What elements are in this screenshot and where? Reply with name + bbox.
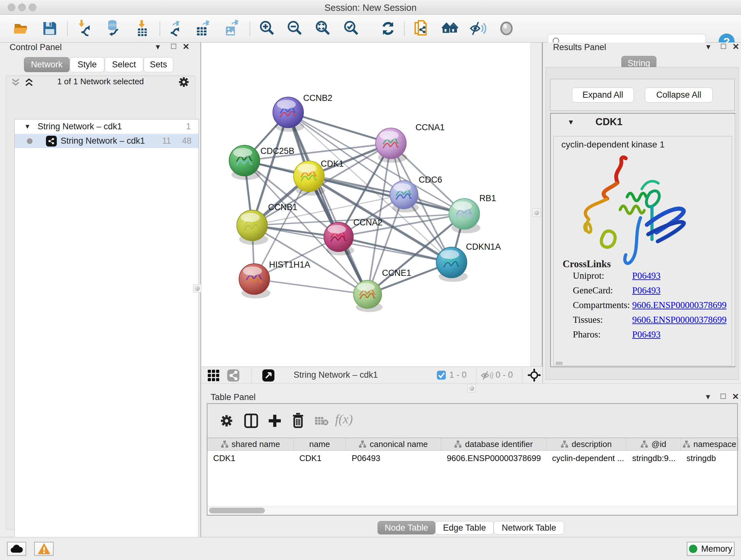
export-image-button[interactable] <box>221 19 241 38</box>
vertical-scrollbar-track[interactable] <box>735 114 737 366</box>
tab-edge-table[interactable]: Edge Table <box>435 521 494 535</box>
crosslink-link[interactable]: P06493 <box>632 285 661 296</box>
table-cell[interactable]: stringdb:9... <box>626 451 681 506</box>
refresh-button[interactable] <box>379 19 398 38</box>
export-network-button[interactable] <box>165 19 185 38</box>
tab-sets[interactable]: Sets <box>144 57 173 72</box>
save-session-button[interactable] <box>40 19 59 38</box>
network-canvas[interactable]: CCNB2CCNA1CDC25BCDK1CDC6RB1CCNB1CCNA2CDK… <box>201 43 542 367</box>
import-network-button[interactable] <box>76 19 95 38</box>
hidden-counts: 0 - 0 <box>495 370 513 380</box>
column-header-namespace[interactable]: namespace <box>681 438 738 450</box>
column-header-description[interactable]: description <box>546 438 626 450</box>
panel-float-icon[interactable]: □ <box>721 41 726 51</box>
table-header-row[interactable]: shared namename canonical name database … <box>207 438 737 450</box>
toolbar-separator <box>404 22 405 36</box>
crosslink-row: Tissues:9606.ENSP00000378699 <box>554 314 732 330</box>
zoom-in-icon <box>259 19 276 37</box>
delete-column-icon[interactable] <box>291 413 305 429</box>
warning-status-button[interactable] <box>34 542 54 556</box>
import-database-button[interactable] <box>104 19 123 38</box>
table-body[interactable]: CDK1CDK1P064939606.ENSP00000378699cyclin… <box>207 451 737 506</box>
network-edge-CCNA2-CDKN1A[interactable] <box>339 237 452 262</box>
export-table-button[interactable] <box>193 19 212 38</box>
panel-close-icon[interactable]: ✕ <box>732 42 739 52</box>
open-session-button[interactable] <box>12 19 31 38</box>
network-vertical-scrollbar[interactable] <box>530 43 542 367</box>
crosslink-link[interactable]: 9606.ENSP00000378699 <box>632 314 727 325</box>
tree-column-icon <box>561 440 568 448</box>
zoom-fit-button[interactable] <box>314 19 333 38</box>
title-bar: Session: New Session <box>0 0 741 15</box>
import-table-button[interactable] <box>133 19 152 38</box>
table-cell[interactable]: 9606.ENSP00000378699 <box>441 451 546 506</box>
expand-all-button[interactable]: Expand All <box>572 87 634 103</box>
clone-network-icon <box>412 19 430 37</box>
column-header-shared-name[interactable]: shared name <box>207 438 293 450</box>
collapse-all-button[interactable]: Collapse All <box>645 87 713 103</box>
network-row-selected[interactable]: String Network – cdk1 11 48 <box>15 134 199 148</box>
gear-icon[interactable] <box>220 415 233 427</box>
panel-float-icon[interactable]: □ <box>721 391 726 401</box>
table-cell[interactable]: P06493 <box>346 451 441 506</box>
table-cell[interactable]: CDK1 <box>293 451 346 506</box>
tab-style[interactable]: Style <box>70 57 105 72</box>
column-header-name[interactable]: name <box>293 438 346 450</box>
panel-splitter-knob[interactable] <box>532 208 541 217</box>
table-cell[interactable]: CDK1 <box>207 451 293 506</box>
tab-network[interactable]: Network <box>24 57 70 72</box>
preview-button[interactable] <box>497 19 516 38</box>
panel-close-icon[interactable]: ✕ <box>183 42 190 52</box>
node-gloss <box>277 100 296 109</box>
split-columns-icon[interactable] <box>244 414 258 428</box>
panel-close-icon[interactable]: ✕ <box>732 392 739 401</box>
tab-network-table[interactable]: Network Table <box>494 521 564 535</box>
crosslink-link[interactable]: P06493 <box>632 270 661 281</box>
show-all-button[interactable] <box>441 19 460 38</box>
collapse-section-icon[interactable]: ▼ <box>567 118 575 126</box>
panel-menu-icon[interactable]: ▾ <box>156 42 160 52</box>
tab-select[interactable]: Select <box>105 57 143 72</box>
horizontal-scrollbar-thumb[interactable] <box>556 362 562 365</box>
column-header-canonical-name[interactable]: canonical name <box>346 438 441 450</box>
zoom-selected-button[interactable] <box>342 19 361 38</box>
protein-name: CDK1 <box>596 116 622 128</box>
zoom-in-button[interactable] <box>258 19 277 38</box>
column-header-database-identifier[interactable]: database identifier <box>441 438 546 450</box>
cloud-status-button[interactable] <box>7 542 26 556</box>
tree-expand-icon[interactable]: ▼ <box>24 123 30 130</box>
zoom-out-button[interactable] <box>286 19 305 38</box>
protein-section: ▼ CDK1 cyclin-dependent kinase 1 <box>550 113 735 367</box>
crosslink-label: GeneCard: <box>573 285 613 296</box>
panel-splitter-knob[interactable] <box>468 384 476 392</box>
scrollbar-thumb[interactable] <box>209 508 265 513</box>
column-header-label: @id <box>651 439 666 449</box>
hide-selected-button[interactable] <box>468 19 487 38</box>
clone-network-button[interactable] <box>411 19 430 38</box>
column-header--id[interactable]: @id <box>626 438 681 450</box>
network-mode-icon[interactable] <box>227 369 240 382</box>
memory-button[interactable]: Memory <box>687 542 735 556</box>
selected-checkbox-icon[interactable] <box>436 370 446 380</box>
crosslink-link[interactable]: P06493 <box>632 329 661 340</box>
network-edge-HIST1H1A-CCNE1[interactable] <box>254 279 367 294</box>
crosslink-link[interactable]: 9606.ENSP00000378699 <box>632 300 727 310</box>
panel-float-icon[interactable]: □ <box>171 41 176 51</box>
gear-icon[interactable] <box>179 77 189 87</box>
zoom-out-icon <box>286 19 304 37</box>
network-collection-row[interactable]: ▼ String Network – cdk1 1 <box>15 119 199 134</box>
control-panel-splitter-knob[interactable] <box>193 284 201 293</box>
table-cell[interactable]: cyclin-dependent ... <box>546 451 626 506</box>
tab-node-table[interactable]: Node Table <box>378 521 435 535</box>
table-cell[interactable]: stringdb <box>681 451 738 506</box>
crosshair-icon[interactable] <box>528 368 541 382</box>
table-horizontal-scrollbar[interactable] <box>207 506 737 514</box>
results-panel-title: Results Panel <box>553 43 606 52</box>
panel-menu-icon[interactable]: ▾ <box>706 392 710 401</box>
control-panel-tabs: NetworkStyleSelectSets <box>24 57 173 72</box>
add-column-icon[interactable] <box>267 414 282 428</box>
network-view[interactable]: CCNB2CCNA1CDC25BCDK1CDC6RB1CCNB1CCNA2CDK… <box>201 43 542 367</box>
grid-mode-icon[interactable] <box>207 369 219 381</box>
birdseye-toggle-icon[interactable] <box>262 369 275 382</box>
panel-menu-icon[interactable]: ▾ <box>706 42 711 52</box>
